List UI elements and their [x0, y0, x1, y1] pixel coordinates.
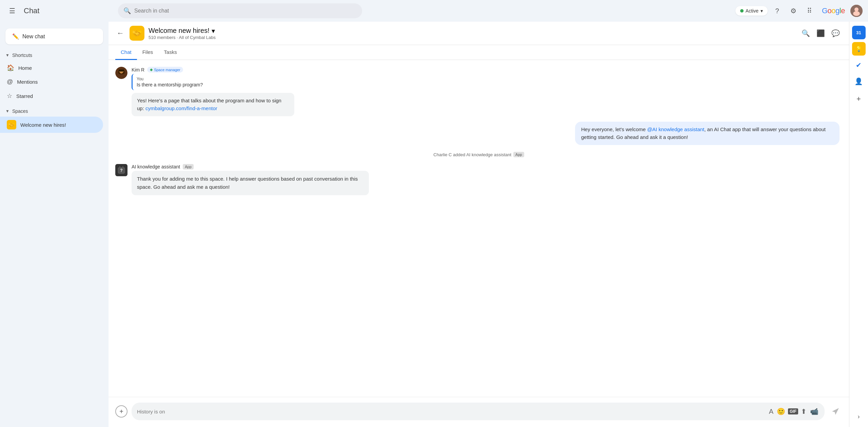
upload-icon[interactable]: ⬆ [800, 407, 807, 416]
sidebar: ✏️ New chat ▼ Shortcuts 🏠 Home @ Mention… [0, 22, 108, 427]
ai-message-row: ? AI knowledge assistant App Thank you f… [115, 164, 842, 195]
sidebar-item-mentions[interactable]: @ Mentions [0, 75, 103, 89]
google-logo: Google [822, 6, 845, 15]
add-app-button[interactable]: + [852, 92, 866, 106]
tab-files[interactable]: Files [137, 45, 159, 60]
diamond-icon: ◆ [150, 67, 153, 72]
search-bar: 🔍 [118, 3, 362, 18]
text-format-icon[interactable]: A [768, 407, 774, 416]
active-status-button[interactable]: Active ▾ [735, 6, 768, 16]
chat-title-text: Welcome new hires! [149, 27, 210, 35]
send-icon [831, 407, 840, 415]
new-chat-button[interactable]: ✏️ New chat [5, 28, 103, 44]
spaces-section: ▼ Spaces 🤝 Welcome new hires! [0, 106, 108, 133]
chat-main: ← 🤝 Welcome new hires! ▾ 510 members · A… [108, 22, 849, 427]
sidebar-item-home[interactable]: 🏠 Home [0, 61, 103, 75]
reply-bubble: Yes! Here's a page that talks about the … [132, 93, 294, 116]
gear-icon: ⚙ [790, 7, 796, 15]
shortcuts-chevron-icon: ▼ [5, 53, 9, 58]
ai-bubble: Thank you for adding me to this space. I… [132, 171, 369, 195]
help-icon: ? [775, 7, 779, 15]
help-button[interactable]: ? [770, 4, 784, 18]
ai-app-badge: App [183, 164, 194, 169]
message-input[interactable] [137, 409, 766, 414]
apps-button[interactable]: ⠿ [803, 4, 816, 18]
search-input[interactable] [134, 8, 357, 14]
tab-tasks[interactable]: Tasks [158, 45, 182, 60]
settings-button[interactable]: ⚙ [787, 4, 800, 18]
outgoing-text-before: Hey everyone, let's welcome [581, 126, 647, 132]
svg-rect-12 [122, 166, 123, 168]
space-item-label: Welcome new hires! [20, 122, 66, 128]
system-message: Charlie C added AI knowledge assistant A… [115, 150, 842, 159]
chat-tabs: Chat Files Tasks [108, 45, 849, 60]
spaces-section-header[interactable]: ▼ Spaces [0, 106, 108, 117]
back-button[interactable]: ← [115, 27, 125, 39]
quoted-message: You Is there a mentorship program? [132, 74, 842, 90]
title-dropdown-icon[interactable]: ▾ [212, 27, 215, 35]
ai-sender-row: AI knowledge assistant App [132, 164, 842, 169]
space-avatar: 🤝 [130, 26, 144, 41]
tasks-icon-button[interactable]: ✔ [852, 58, 866, 72]
calendar-icon-button[interactable]: 31 [852, 26, 866, 39]
ai-sender-name: AI knowledge assistant [132, 164, 180, 169]
expand-sidebar-button[interactable]: › [855, 410, 863, 423]
add-attachment-button[interactable]: + [115, 405, 127, 418]
app-badge: App [513, 152, 524, 157]
grid-icon: ⠿ [807, 7, 812, 15]
spaces-chevron-icon: ▼ [5, 109, 9, 114]
home-icon: 🏠 [7, 64, 14, 72]
msg-sender-name: Kim R [132, 67, 144, 73]
tab-chat[interactable]: Chat [115, 45, 137, 60]
chevron-right-icon: › [858, 413, 860, 420]
threads-icon: 💬 [831, 29, 840, 37]
mention-ai-assistant[interactable]: @AI knowledge assistant [647, 126, 705, 132]
kim-avatar-img [115, 67, 127, 79]
video-icon[interactable]: 📹 [809, 407, 819, 416]
gif-icon[interactable]: GIF [788, 408, 798, 414]
user-avatar[interactable] [850, 5, 863, 17]
split-view-icon: ⬛ [816, 29, 825, 37]
split-view-button[interactable]: ⬛ [814, 26, 827, 40]
new-chat-label: New chat [22, 34, 45, 40]
svg-text:?: ? [120, 168, 122, 173]
contacts-icon-button[interactable]: 👤 [852, 75, 866, 88]
header-search-button[interactable]: 🔍 [799, 26, 812, 40]
tasks-check-icon: ✔ [856, 61, 862, 69]
search-icon: 🔍 [123, 7, 131, 15]
messages-area: Kim R ◆ Space manager You Is there a men… [108, 60, 849, 397]
sidebar-item-starred[interactable]: ☆ Starred [0, 89, 103, 103]
svg-point-1 [854, 7, 859, 12]
chat-title: Welcome new hires! ▾ [149, 27, 795, 35]
app-title: Chat [24, 6, 39, 15]
ai-avatar: ? [115, 164, 127, 176]
msg-sender-row: Kim R ◆ Space manager [132, 67, 842, 73]
ai-msg-content: AI knowledge assistant App Thank you for… [132, 164, 842, 195]
new-chat-icon: ✏️ [12, 33, 19, 40]
spaces-label: Spaces [12, 108, 28, 114]
badge-text: Space manager [154, 68, 180, 72]
svg-point-2 [853, 11, 860, 16]
chat-info: Welcome new hires! ▾ 510 members · All o… [149, 27, 795, 40]
shortcuts-label: Shortcuts [12, 53, 32, 58]
message-row: Kim R ◆ Space manager You Is there a men… [115, 67, 842, 116]
menu-button[interactable]: ☰ [5, 4, 19, 18]
main-layout: ✏️ New chat ▼ Shortcuts 🏠 Home @ Mention… [0, 22, 868, 427]
plus-icon: + [856, 95, 861, 103]
active-dot [740, 9, 744, 13]
emoji-icon[interactable]: 🙂 [776, 407, 786, 416]
ai-avatar-icon: ? [115, 164, 127, 176]
send-button[interactable] [829, 405, 842, 418]
quoted-text: Is there a mentorship program? [137, 82, 838, 87]
space-item-welcome[interactable]: 🤝 Welcome new hires! [0, 117, 103, 133]
reply-link[interactable]: cymbalgroup.com/find-a-mentor [145, 105, 217, 111]
threads-button[interactable]: 💬 [829, 26, 842, 40]
sidebar-mentions-label: Mentions [17, 79, 38, 85]
right-sidebar: 31 💡 ✔ 👤 + › [849, 22, 868, 427]
space-emoji-icon: 🤝 [7, 120, 16, 129]
keep-icon-button[interactable]: 💡 [852, 42, 866, 56]
header-actions: 🔍 ⬛ 💬 [799, 26, 842, 40]
shortcuts-section-header[interactable]: ▼ Shortcuts [0, 50, 108, 61]
calendar-day: 31 [856, 30, 861, 35]
topbar: ☰ Chat 🔍 Active ▾ ? ⚙ [0, 0, 868, 22]
